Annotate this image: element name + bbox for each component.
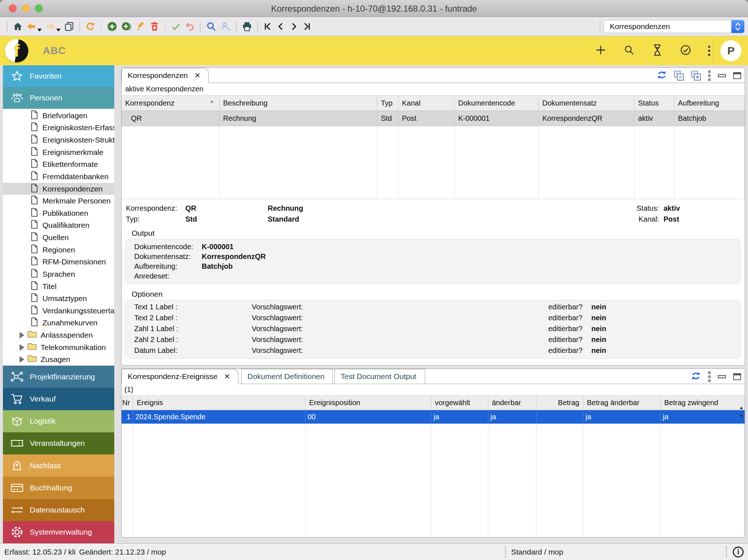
tree-item-sprachen[interactable]: Sprachen — [3, 268, 114, 280]
tab-test-document-output[interactable]: Test Document Output — [334, 369, 425, 384]
column-header[interactable]: Ereignis — [133, 396, 305, 410]
delete-button[interactable] — [148, 19, 161, 34]
column-header[interactable]: Dokumentencode — [455, 96, 539, 111]
table-empty-area[interactable] — [122, 126, 745, 199]
expand-all-button[interactable] — [691, 71, 701, 81]
column-header[interactable]: änderbar — [488, 396, 537, 410]
column-header[interactable]: Beschreibung — [219, 96, 377, 111]
column-header[interactable]: Dokumentensatz — [539, 96, 634, 111]
confirm-button[interactable] — [169, 19, 183, 34]
tab-korrespondenzen[interactable]: Korrespondenzen ✕ — [122, 68, 209, 83]
expand-arrow-icon[interactable] — [20, 332, 24, 338]
maximize-panel-button[interactable] — [733, 373, 741, 380]
last-record-button[interactable] — [300, 19, 313, 34]
column-header[interactable]: Betrag zwingend — [661, 396, 745, 410]
tab-dokument-definitionen[interactable]: Dokument Definitionen — [241, 369, 333, 384]
combobox-stepper-icon[interactable] — [731, 20, 744, 33]
tree-item-merkmale-personen[interactable]: Merkmale Personen — [3, 195, 114, 207]
sidebar-section-buchhaltung[interactable]: Buchhaltung — [3, 477, 114, 499]
more-menu-button[interactable] — [708, 46, 710, 56]
column-header[interactable]: Betrag — [537, 396, 583, 410]
column-header[interactable]: Betrag änderbar — [583, 396, 661, 410]
tree-item-ereigniskosten-struktur[interactable]: Ereigniskosten-Struktu — [3, 134, 114, 146]
tree-item-titel[interactable]: Titel — [3, 280, 114, 293]
tree-item-rfm-dimensionen[interactable]: RFM-Dimensionen — [3, 256, 114, 268]
expand-arrow-icon[interactable] — [20, 344, 24, 351]
column-header[interactable]: Nr — [122, 396, 133, 410]
search-button[interactable] — [204, 19, 218, 34]
previous-record-button[interactable] — [274, 19, 287, 34]
tree-item-zunahmekurven[interactable]: Zunahmekurven — [3, 317, 114, 329]
maximize-panel-button[interactable] — [733, 72, 741, 79]
tree-item-quellen[interactable]: Quellen — [3, 231, 114, 244]
forward-menu-caret[interactable] — [56, 29, 61, 32]
info-button[interactable]: i — [733, 547, 744, 557]
refresh-panel-button[interactable] — [657, 70, 667, 81]
minimize-panel-button[interactable] — [718, 74, 726, 77]
sidebar-group-personen[interactable]: Personen — [3, 87, 114, 109]
sidebar-section-systemverwaltung[interactable]: Systemverwaltung — [3, 521, 114, 543]
user-avatar[interactable]: P — [720, 40, 741, 61]
add-button[interactable] — [105, 19, 119, 34]
next-record-button[interactable] — [287, 19, 300, 34]
statusbar-drag-handle[interactable] — [726, 547, 727, 557]
quick-add-button[interactable] — [595, 44, 607, 57]
tree-item-ereignismerkmale[interactable]: Ereignismerkmale — [3, 146, 114, 158]
refresh-button[interactable] — [83, 19, 97, 34]
forward-button[interactable] — [44, 19, 62, 34]
tab-korrespondenz-ereignisse[interactable]: Korrespondenz-Ereignisse ✕ — [122, 369, 238, 384]
sidebar-group-favoriten[interactable]: Favoriten — [3, 65, 114, 87]
sidebar-section-projektfinanzierung[interactable]: Projektfinanzierung — [3, 366, 114, 388]
tree-folder-telekommunikation[interactable]: Telekommunikation — [3, 341, 114, 354]
vertical-scrollbar[interactable]: ▲ ▼ — [739, 396, 744, 535]
sidebar-section-datenaustausch[interactable]: Datenaustausch — [3, 499, 114, 521]
tree-item-fremddatenbanken[interactable]: Fremddatenbanken — [3, 170, 114, 183]
done-tasks-button[interactable] — [680, 44, 691, 57]
table-empty-area[interactable] — [122, 424, 745, 537]
search-person-button[interactable] — [218, 19, 233, 34]
undo-button[interactable] — [183, 19, 197, 34]
close-tab-icon[interactable]: ✕ — [194, 71, 201, 80]
sort-ascending-icon[interactable]: ^ — [210, 99, 215, 107]
tree-item-qualifikatoren[interactable]: Qualifikatoren — [3, 219, 114, 232]
minimize-panel-button[interactable] — [718, 375, 726, 378]
print-button[interactable] — [240, 19, 254, 34]
collapse-all-button[interactable] — [674, 71, 684, 81]
tree-item-ereigniskosten-erfassung[interactable]: Ereigniskosten-Erfass — [3, 122, 114, 134]
sidebar-section-verkauf[interactable]: Verkauf — [3, 388, 114, 410]
first-record-button[interactable] — [261, 19, 274, 34]
table-row-selected[interactable]: 1 2024.Spende.Spende 00 ja ja ja ja — [122, 410, 745, 424]
refresh-panel-button[interactable] — [691, 371, 701, 382]
copy-button[interactable] — [62, 19, 76, 34]
sidebar-section-logistik[interactable]: Logistik — [3, 410, 114, 432]
tree-folder-zusagen[interactable]: Zusagen — [3, 354, 114, 366]
scroll-up-icon[interactable]: ▲ — [739, 405, 744, 410]
column-header[interactable]: Aufbereitung — [674, 96, 745, 111]
pending-tasks-button[interactable] — [652, 44, 663, 58]
column-header[interactable]: Ereignisposition — [305, 396, 431, 410]
edit-button[interactable] — [134, 19, 148, 34]
global-search-button[interactable] — [623, 44, 635, 57]
tree-item-verdankungssteuertabelle[interactable]: Verdankungssteuertab — [3, 305, 114, 317]
column-header[interactable]: vorgewählt — [431, 396, 488, 410]
column-header[interactable]: Korrespondenz^ — [122, 96, 219, 111]
tree-item-umsatztypen[interactable]: Umsatztypen — [3, 292, 114, 305]
column-header[interactable]: Status — [634, 96, 674, 111]
toolbar-drag-handle[interactable] — [600, 21, 600, 32]
tree-item-etikettenformate[interactable]: Etikettenformate — [3, 158, 114, 171]
back-button[interactable] — [25, 19, 44, 34]
add-copy-button[interactable] — [119, 19, 134, 34]
home-button[interactable] — [11, 19, 25, 34]
statusbar-drag-handle[interactable] — [505, 547, 506, 557]
close-tab-icon[interactable]: ✕ — [224, 372, 230, 381]
scroll-down-icon[interactable]: ▼ — [739, 413, 744, 418]
tree-folder-anlassspenden[interactable]: Anlassspenden — [3, 329, 114, 341]
tree-item-publikationen[interactable]: Publikationen — [3, 207, 114, 219]
panel-menu-button[interactable] — [708, 70, 711, 81]
expand-arrow-icon[interactable] — [20, 356, 24, 363]
sidebar-section-veranstaltungen[interactable]: Veranstaltungen — [3, 432, 114, 454]
panel-menu-button[interactable] — [708, 371, 711, 382]
tree-item-briefvorlagen[interactable]: Briefvorlagen — [3, 110, 114, 122]
context-selector[interactable]: Korrespondenzen — [604, 20, 744, 33]
tree-item-regionen[interactable]: Regionen — [3, 244, 114, 256]
